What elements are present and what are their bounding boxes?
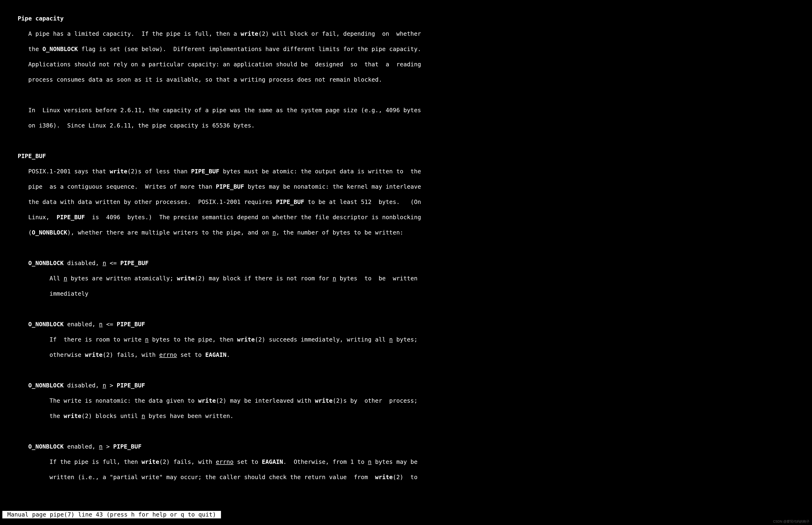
case-body-line: written (i.e., a "partial write" may occ… (7, 474, 805, 481)
case-body-line: All n bytes are written atomically; writ… (7, 275, 805, 283)
paragraph-line: Applications should not rely on a partic… (7, 61, 805, 69)
case-heading: O_NONBLOCK disabled, n <= PIPE_BUF (7, 259, 805, 267)
paragraph-line: POSIX.1-2001 says that write(2)s of less… (7, 168, 805, 176)
paragraph-line: A pipe has a limited capacity. If the pi… (7, 30, 805, 38)
paragraph-line: the data with data written by other proc… (7, 198, 805, 206)
case-heading: O_NONBLOCK enabled, n > PIPE_BUF (7, 443, 805, 451)
paragraph-line: Linux, PIPE_BUF is 4096 bytes.) The prec… (7, 213, 805, 221)
paragraph-line: pipe as a contiguous sequence. Writes of… (7, 183, 805, 191)
paragraph-line: the O_NONBLOCK flag is set (see below). … (7, 45, 805, 53)
pager-status-bar[interactable]: Manual page pipe(7) line 43 (press h for… (2, 511, 221, 519)
paragraph-line: (O_NONBLOCK), whether there are multiple… (7, 229, 805, 237)
case-body-line: The write is nonatomic: the data given t… (7, 397, 805, 405)
case-body-line: the write(2) blocks until n bytes have b… (7, 412, 805, 420)
case-heading: O_NONBLOCK disabled, n > PIPE_BUF (7, 382, 805, 390)
case-body-line: otherwise write(2) fails, with errno set… (7, 351, 805, 359)
case-heading: O_NONBLOCK enabled, n <= PIPE_BUF (7, 320, 805, 328)
case-body-line: immediately (7, 290, 805, 298)
manpage-content: Pipe capacity A pipe has a limited capac… (0, 0, 812, 489)
section-title-pipe-buf: PIPE_BUF (7, 152, 805, 160)
watermark-text: CSDN @爱写代码的刚子 (773, 519, 810, 524)
paragraph-line: on i386). Since Linux 2.6.11, the pipe c… (7, 122, 805, 130)
case-body-line: If there is room to write n bytes to the… (7, 336, 805, 344)
paragraph-line: In Linux versions before 2.6.11, the cap… (7, 107, 805, 114)
paragraph-line: process consumes data as soon as it is a… (7, 76, 805, 84)
case-body-line: If the pipe is full, then write(2) fails… (7, 458, 805, 466)
section-title-pipe-capacity: Pipe capacity (7, 15, 805, 22)
